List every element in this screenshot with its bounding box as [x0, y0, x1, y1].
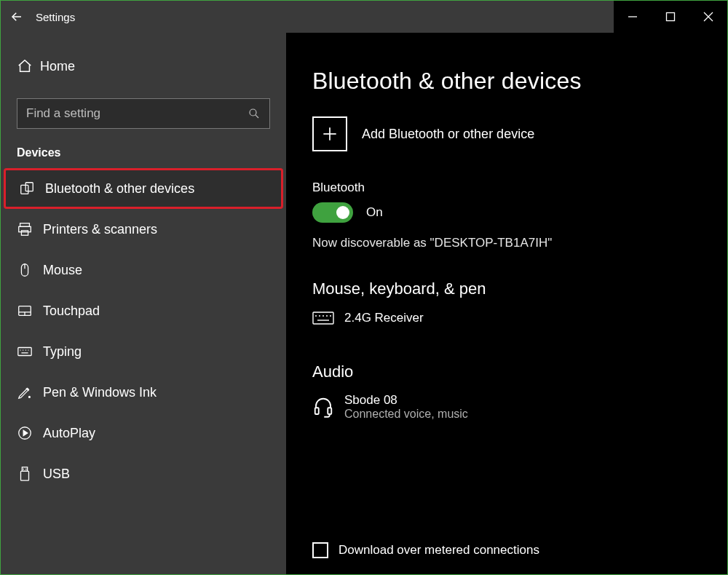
metered-checkbox[interactable]	[312, 542, 328, 558]
close-button[interactable]	[689, 1, 727, 33]
svg-rect-31	[313, 312, 333, 324]
autoplay-icon	[17, 425, 43, 441]
svg-rect-10	[21, 231, 28, 235]
sidebar-item-typing[interactable]: Typing	[1, 331, 286, 372]
bluetooth-toggle-state: On	[366, 205, 383, 220]
svg-rect-38	[315, 408, 319, 414]
back-button[interactable]	[1, 10, 33, 23]
usb-icon	[17, 466, 43, 482]
svg-point-22	[29, 397, 31, 398]
maximize-button[interactable]	[652, 1, 689, 33]
svg-rect-1	[667, 13, 675, 21]
titlebar: Settings	[1, 1, 727, 33]
system-buttons	[614, 1, 727, 33]
sidebar-item-home[interactable]: Home	[1, 47, 286, 85]
home-icon	[17, 58, 40, 74]
svg-rect-9	[19, 226, 31, 231]
sidebar-item-label: AutoPlay	[43, 426, 95, 441]
sidebar-item-touchpad[interactable]: Touchpad	[1, 290, 286, 331]
bluetooth-toggle[interactable]	[312, 202, 353, 223]
svg-rect-16	[18, 348, 31, 356]
device-name: Sbode 08	[344, 393, 468, 408]
sidebar-item-autoplay[interactable]: AutoPlay	[1, 413, 286, 453]
sidebar-item-label: Mouse	[43, 263, 82, 278]
svg-line-5	[256, 115, 258, 118]
sidebar-item-bluetooth[interactable]: Bluetooth & other devices	[4, 168, 283, 209]
sidebar-item-label: Typing	[43, 344, 82, 360]
metered-connections-checkbox-row[interactable]: Download over metered connections	[312, 542, 539, 558]
svg-rect-26	[21, 471, 29, 480]
sidebar: Home Devices Bluetooth & other devices P…	[1, 33, 286, 574]
group-title-audio: Audio	[312, 362, 701, 381]
content-area: Home Devices Bluetooth & other devices P…	[1, 33, 727, 574]
plus-icon	[312, 116, 347, 151]
svg-marker-24	[23, 430, 28, 435]
device-row-receiver[interactable]: 2.4G Receiver	[312, 310, 701, 326]
svg-rect-25	[22, 467, 27, 472]
sidebar-item-label: Pen & Windows Ink	[43, 385, 157, 400]
search-input[interactable]	[26, 106, 248, 121]
add-device-button[interactable]: Add Bluetooth or other device	[312, 116, 701, 151]
mouse-icon	[17, 262, 43, 278]
sidebar-item-usb[interactable]: USB	[1, 453, 286, 494]
sidebar-item-label: Bluetooth & other devices	[45, 181, 194, 197]
svg-rect-6	[21, 185, 28, 194]
bluetooth-heading: Bluetooth	[312, 181, 701, 195]
sidebar-item-printers[interactable]: Printers & scanners	[1, 209, 286, 250]
sidebar-item-label: Printers & scanners	[43, 222, 157, 237]
search-box[interactable]	[17, 98, 270, 129]
sidebar-item-label: USB	[43, 467, 70, 482]
add-device-label: Add Bluetooth or other device	[362, 127, 534, 142]
sidebar-item-mouse[interactable]: Mouse	[1, 250, 286, 290]
headset-icon	[312, 396, 344, 418]
svg-rect-39	[328, 408, 331, 414]
sidebar-section-title: Devices	[1, 142, 286, 168]
window-title: Settings	[36, 11, 75, 23]
search-icon	[248, 107, 261, 120]
keyboard-device-icon	[312, 310, 344, 326]
svg-rect-7	[25, 183, 33, 191]
group-title-mouse-keyboard: Mouse, keyboard, & pen	[312, 279, 701, 298]
svg-rect-8	[20, 223, 30, 227]
bluetooth-toggle-row: On	[312, 202, 701, 223]
page-title: Bluetooth & other devices	[312, 68, 701, 95]
sidebar-item-label: Touchpad	[43, 304, 100, 319]
discoverable-text: Now discoverable as "DESKTOP-TB1A7IH"	[312, 236, 701, 250]
svg-point-4	[250, 109, 256, 116]
device-status: Connected voice, music	[344, 408, 468, 421]
device-name: 2.4G Receiver	[344, 311, 424, 325]
metered-label: Download over metered connections	[339, 543, 539, 558]
pen-icon	[17, 384, 43, 400]
home-label: Home	[40, 59, 75, 74]
printer-icon	[17, 221, 43, 237]
main-panel: Bluetooth & other devices Add Bluetooth …	[286, 33, 727, 574]
sidebar-item-pen[interactable]: Pen & Windows Ink	[1, 372, 286, 413]
keyboard-icon	[17, 344, 43, 360]
bluetooth-devices-icon	[19, 181, 45, 197]
device-row-audio[interactable]: Sbode 08 Connected voice, music	[312, 393, 701, 421]
minimize-button[interactable]	[614, 1, 652, 33]
touchpad-icon	[17, 303, 43, 319]
